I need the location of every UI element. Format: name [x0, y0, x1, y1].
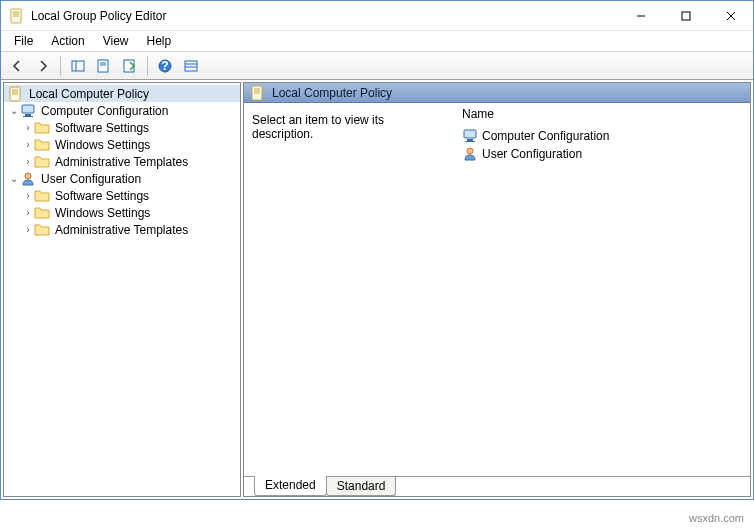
- arrow-right-icon: [35, 58, 51, 74]
- expand-icon[interactable]: ›: [22, 139, 34, 150]
- tree-label: Administrative Templates: [53, 223, 190, 237]
- tree-node-software-settings[interactable]: › Software Settings: [18, 187, 240, 204]
- view-button[interactable]: [179, 54, 203, 78]
- close-button[interactable]: [708, 1, 753, 30]
- maximize-icon: [681, 11, 691, 21]
- svg-rect-20: [682, 12, 690, 20]
- menu-file[interactable]: File: [5, 32, 42, 50]
- tab-standard[interactable]: Standard: [326, 477, 397, 496]
- tree-label: Software Settings: [53, 189, 151, 203]
- list-item-label: User Configuration: [482, 147, 582, 161]
- detail-body: Select an item to view its description. …: [244, 103, 750, 475]
- list-icon: [183, 58, 199, 74]
- list-item[interactable]: Computer Configuration: [462, 127, 742, 145]
- tree-label: Software Settings: [53, 121, 151, 135]
- list-column: Name Computer Configuration User Configu…: [454, 103, 750, 475]
- user-icon: [20, 171, 36, 187]
- tab-label: Extended: [265, 478, 316, 492]
- list-item[interactable]: User Configuration: [462, 145, 742, 163]
- tree-root-label: Local Computer Policy: [27, 87, 151, 101]
- tab-extended[interactable]: Extended: [254, 476, 327, 496]
- list-item-label: Computer Configuration: [482, 129, 609, 143]
- tree-node-software-settings[interactable]: › Software Settings: [18, 119, 240, 136]
- expand-icon[interactable]: ›: [22, 190, 34, 201]
- policy-icon: [250, 85, 266, 101]
- computer-icon: [462, 128, 478, 144]
- tree-label: User Configuration: [39, 172, 143, 186]
- back-button[interactable]: [5, 54, 29, 78]
- tab-strip: Extended Standard: [244, 475, 750, 496]
- forward-button[interactable]: [31, 54, 55, 78]
- detail-pane: Local Computer Policy Select an item to …: [243, 82, 751, 497]
- window-controls: [618, 1, 753, 30]
- folder-icon: [34, 222, 50, 238]
- select-hint: Select an item to view its description.: [252, 113, 446, 141]
- minimize-icon: [636, 11, 646, 21]
- folder-icon: [34, 188, 50, 204]
- menu-help[interactable]: Help: [138, 32, 181, 50]
- folder-icon: [34, 205, 50, 221]
- window-title: Local Group Policy Editor: [31, 9, 618, 23]
- tree-node-windows-settings[interactable]: › Windows Settings: [18, 136, 240, 153]
- menu-action[interactable]: Action: [42, 32, 93, 50]
- menu-view[interactable]: View: [94, 32, 138, 50]
- app-icon: [9, 8, 25, 24]
- watermark: wsxdn.com: [689, 512, 744, 524]
- tree-node-administrative-templates[interactable]: › Administrative Templates: [18, 221, 240, 238]
- tree-node-windows-settings[interactable]: › Windows Settings: [18, 204, 240, 221]
- expand-icon[interactable]: ›: [22, 122, 34, 133]
- minimize-button[interactable]: [618, 1, 663, 30]
- maximize-button[interactable]: [663, 1, 708, 30]
- window: Local Group Policy Editor File Action Vi…: [0, 0, 754, 500]
- arrow-left-icon: [9, 58, 25, 74]
- menubar: File Action View Help: [1, 31, 753, 52]
- folder-icon: [34, 137, 50, 153]
- export-list-button[interactable]: [118, 54, 142, 78]
- tree-label: Windows Settings: [53, 138, 152, 152]
- column-header-name[interactable]: Name: [462, 107, 742, 127]
- tab-label: Standard: [337, 479, 386, 493]
- detail-header-text: Local Computer Policy: [272, 86, 392, 100]
- tree-label: Computer Configuration: [39, 104, 170, 118]
- help-button[interactable]: [153, 54, 177, 78]
- separator: [147, 56, 148, 76]
- titlebar: Local Group Policy Editor: [1, 1, 753, 31]
- close-icon: [726, 11, 736, 21]
- export-icon: [122, 58, 138, 74]
- expand-icon[interactable]: ›: [22, 207, 34, 218]
- collapse-icon[interactable]: ⌄: [8, 105, 20, 116]
- tree-root-node[interactable]: Local Computer Policy: [4, 85, 240, 102]
- tree-node-administrative-templates[interactable]: › Administrative Templates: [18, 153, 240, 170]
- collapse-icon[interactable]: ⌄: [8, 173, 20, 184]
- expand-icon[interactable]: ›: [22, 156, 34, 167]
- detail-header: Local Computer Policy: [244, 83, 750, 103]
- toolbar: [1, 52, 753, 80]
- policy-icon: [8, 86, 24, 102]
- folder-icon: [34, 120, 50, 136]
- show-hide-tree-button[interactable]: [66, 54, 90, 78]
- tree-node-user-configuration[interactable]: ⌄ User Configuration: [4, 170, 240, 187]
- tree-node-computer-configuration[interactable]: ⌄ Computer Configuration: [4, 102, 240, 119]
- computer-icon: [20, 103, 36, 119]
- user-icon: [462, 146, 478, 162]
- content: Local Computer Policy ⌄ Computer Configu…: [1, 80, 753, 499]
- expand-icon[interactable]: ›: [22, 224, 34, 235]
- description-column: Select an item to view its description.: [244, 103, 454, 475]
- properties-icon: [96, 58, 112, 74]
- panes-icon: [70, 58, 86, 74]
- help-icon: [157, 58, 173, 74]
- folder-icon: [34, 154, 50, 170]
- tree-label: Administrative Templates: [53, 155, 190, 169]
- properties-button[interactable]: [92, 54, 116, 78]
- tree-label: Windows Settings: [53, 206, 152, 220]
- separator: [60, 56, 61, 76]
- tree-pane[interactable]: Local Computer Policy ⌄ Computer Configu…: [3, 82, 241, 497]
